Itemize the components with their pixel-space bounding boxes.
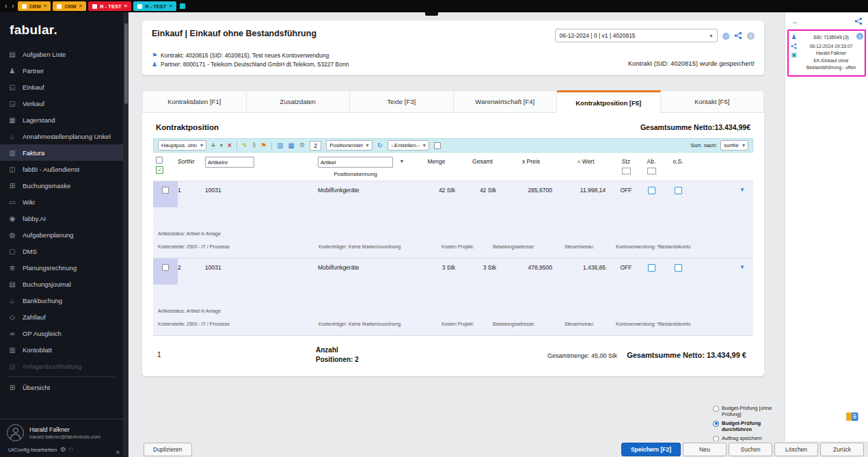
version-select[interactable]: 06-12-2024 | 0 | v1 | 4020815 ▾ <box>555 29 718 42</box>
sidebar-item-kontoblatt[interactable]: ▥Kontoblatt <box>0 341 123 358</box>
sidebar-item-verkauf[interactable]: ◲Verkauf <box>0 95 123 112</box>
new-tab-button[interactable] <box>180 3 185 9</box>
sidebar-item-annahmestellenplanung[interactable]: ⌂Annahmestellenplanung Unkel <box>0 128 123 144</box>
sidebar-item-bankbuchung[interactable]: ⌂Bankbuchung <box>0 292 123 309</box>
session-timestamp: 06-12-2024 19:33:07 <box>800 43 863 50</box>
sidebar-item-einkauf[interactable]: ◱Einkauf <box>0 79 123 95</box>
columns-icon[interactable]: ▥ <box>277 142 283 149</box>
hauptpos-select[interactable]: Hauptpos. ohn ▾ <box>158 140 206 151</box>
sidebar-item-anlagenbuchhaltung[interactable]: ▧Anlagenbuchhaltung <box>0 358 123 374</box>
tab-texte[interactable]: Texte [F3] <box>350 90 454 113</box>
stz-filter-box[interactable] <box>622 168 631 174</box>
close-icon[interactable]: × <box>44 3 47 9</box>
sidebar-item-buchungsjournal[interactable]: ▤Buchungsjournal <box>0 276 123 292</box>
position-row[interactable]: 1 10031 Mobilfunkgeräte 42 Stk 42 Stk 28… <box>153 181 753 259</box>
ab-checkbox[interactable] <box>648 187 655 194</box>
edit-icon[interactable]: ✎ <box>242 142 247 149</box>
chevron-down-icon[interactable]: ▾ <box>220 142 223 148</box>
close-icon[interactable]: × <box>79 3 83 9</box>
window-tab-rtest-2[interactable]: R - TEST × <box>133 1 176 11</box>
select-all-checkbox[interactable] <box>156 157 163 164</box>
budget-option-ohne-pruefung[interactable]: Budget-Prüfung [ohne Prüfung] <box>713 405 783 418</box>
checked-filter-icon[interactable]: ✓ <box>156 166 163 174</box>
position-row[interactable]: 2 10031 Mobilfunkgeräte 3 Stk 3 Stk 478,… <box>153 259 753 336</box>
row-checkbox[interactable] <box>162 264 169 271</box>
sidebar-item-fabby-ai[interactable]: ◉fabby.AI <box>0 210 123 226</box>
close-icon[interactable]: × <box>169 3 172 9</box>
back-icon[interactable]: ‹ <box>3 3 8 10</box>
info-icon[interactable]: i <box>747 32 755 40</box>
tab-warenwirtschaft[interactable]: Warenwirtschaft [F4] <box>454 90 558 113</box>
neu-button[interactable]: Neu <box>683 443 727 456</box>
tab-zusatzdaten[interactable]: Zusatzdaten <box>247 90 351 113</box>
window-tab-crm-2[interactable]: CRM × <box>53 1 86 11</box>
os-checkbox[interactable] <box>675 187 682 194</box>
sidebar-item-dms[interactable]: ▢DMS <box>0 243 123 259</box>
delete-position-icon[interactable]: × <box>228 142 232 149</box>
os-checkbox[interactable] <box>675 264 682 272</box>
positionendetails-select[interactable]: Positionendet ▾ <box>326 140 372 151</box>
loeschen-button[interactable]: Löschen <box>774 443 818 456</box>
toolbar-checkbox[interactable] <box>434 142 441 149</box>
share-icon[interactable] <box>734 31 742 40</box>
row-checkbox[interactable] <box>162 187 169 194</box>
window-tab-crm-1[interactable]: CRM × <box>18 1 51 11</box>
zurueck-button[interactable]: Zurück <box>820 443 864 456</box>
sidebar-item-lagerstand[interactable]: ▦Lagerstand <box>0 112 123 128</box>
ab-checkbox[interactable] <box>648 264 655 272</box>
sidebar-item-planungsrechnung[interactable]: ≣Planungsrechnung <box>0 259 123 276</box>
duplizieren-button[interactable]: Duplizieren <box>144 443 192 456</box>
forward-icon[interactable]: › <box>10 3 15 10</box>
sort-select[interactable]: sortNr ▾ <box>720 140 748 151</box>
speichern-button[interactable]: Speichern [F2] <box>621 443 681 456</box>
tools-icon[interactable]: ⚙ <box>299 142 305 148</box>
window-tab-rtest-1[interactable]: R - TEST × <box>88 1 131 11</box>
sidebar-item-fabbi-aussendienst[interactable]: ◫fabBI - Außendienst <box>0 161 123 177</box>
ab-filter-box[interactable] <box>647 168 656 174</box>
suchen-button[interactable]: Suchen <box>729 443 772 456</box>
erstellen-select[interactable]: --Erstellen-- ▾ <box>388 140 429 151</box>
sidebar-item-aufgabenplanung[interactable]: ◍Aufgabenplanung <box>0 226 123 243</box>
expand-row-icon[interactable]: ▼ <box>740 187 745 193</box>
paragraph-icon[interactable]: § <box>252 142 256 148</box>
tab-kontakt[interactable]: Kontakt [F6] <box>661 90 765 113</box>
artikel-filter-input[interactable] <box>318 157 393 168</box>
budget-option-auftrag-speichern[interactable]: Auftrag speichern <box>713 435 783 442</box>
notes-icon[interactable] <box>846 412 858 421</box>
tab-kontraktdaten[interactable]: Kontraktdaten [F1] <box>142 90 247 113</box>
filter-funnel-icon[interactable]: ▼ <box>399 157 405 164</box>
add-position-icon[interactable]: + <box>211 142 215 149</box>
sidebar-item-zahllauf[interactable]: ◇Zahllauf <box>0 309 123 325</box>
sidebar-item-aufgaben-liste[interactable]: ▤Aufgaben Liste <box>0 46 123 62</box>
grid-view-icon[interactable]: ▦ <box>288 142 295 149</box>
sidebar-item-buchungsmaske[interactable]: ⊞Buchungsmaske <box>0 177 123 194</box>
radio-button-selected[interactable] <box>713 421 719 427</box>
radio-button[interactable] <box>713 406 719 412</box>
active-session-card[interactable]: ♟ ▣ i SID: 7135049 (3) 06-12-2024 19:33:… <box>787 29 866 77</box>
sidebar-item-op-ausgleich[interactable]: ∞OP Ausgleich <box>0 325 123 341</box>
budget-option-durchfuehren[interactable]: Budget-Prüfung durchführen <box>713 420 783 433</box>
artikelnr-filter-input[interactable] <box>205 157 254 168</box>
gear-icon[interactable]: ⚙ <box>60 446 66 453</box>
share-icon[interactable] <box>854 17 863 25</box>
scrollbar-thumb[interactable] <box>124 23 128 104</box>
position-count-input[interactable] <box>310 141 321 151</box>
sidebar-item-uebersicht[interactable]: ⊞Übersicht <box>0 379 123 395</box>
overview-icon: ⊞ <box>8 384 16 391</box>
sidebar-scrollbar[interactable] <box>123 12 128 457</box>
sidebar-item-faktura[interactable]: ▥Faktura <box>0 144 123 161</box>
tab-kontraktposition[interactable]: Kontraktposition [F5] <box>557 90 661 113</box>
collapse-sidebar-icon[interactable]: « <box>116 448 120 456</box>
radio-label: Budget-Prüfung [ohne Prüfung] <box>722 405 783 418</box>
expand-row-icon[interactable]: ▼ <box>740 264 745 270</box>
forward-arrow-icon[interactable]: → <box>791 18 798 25</box>
drag-handle-icon[interactable]: ∷ <box>69 446 73 453</box>
flag-icon[interactable]: ⚑ <box>260 142 267 149</box>
refresh-icon[interactable]: ↻ <box>377 142 383 149</box>
close-icon[interactable]: × <box>124 3 127 9</box>
info-icon[interactable]: i <box>856 33 863 40</box>
sidebar-item-partner[interactable]: ♟Partner <box>0 62 123 79</box>
globe-icon[interactable]: ◍ <box>722 31 729 40</box>
uiconfig-button[interactable]: UIConfig bearbeiten ⚙ ∷ <box>7 441 116 455</box>
sidebar-item-wiki[interactable]: ▭Wiki <box>0 194 123 210</box>
